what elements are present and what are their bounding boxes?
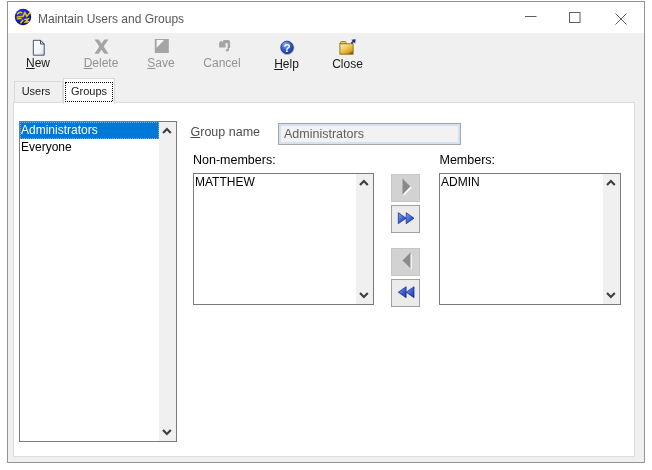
svg-text:?: ?: [283, 40, 290, 54]
